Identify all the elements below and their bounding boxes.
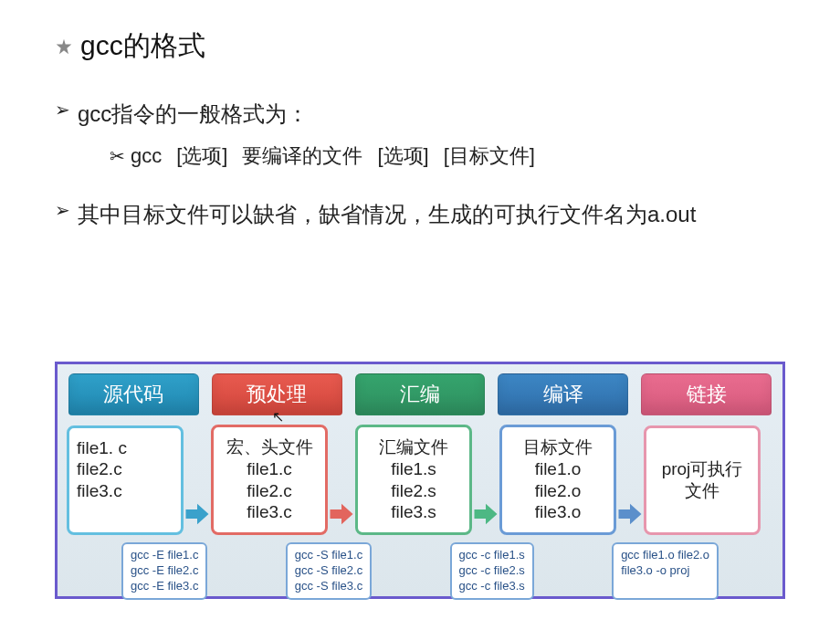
arrow-icon-3 xyxy=(472,500,499,528)
svg-marker-4 xyxy=(619,504,642,525)
bullet-2-text: 其中目标文件可以缺省，缺省情况，生成的可执行文件名为a.out xyxy=(78,197,696,232)
scissors-icon: ✂ xyxy=(110,145,125,167)
card-executable: proj可执行文件 xyxy=(644,425,761,535)
cursor-icon: ↖ xyxy=(272,408,284,425)
diagram-tabs: 源代码 预处理 汇编 编译 链接 xyxy=(67,373,773,415)
tab-link: 链接 xyxy=(641,373,772,415)
tab-compile: 编译 xyxy=(498,373,628,415)
bullet-1: ➢ gcc指令的一般格式为： xyxy=(55,97,785,131)
cmd-gcc: gcc xyxy=(131,144,162,168)
svg-marker-0 xyxy=(57,38,72,54)
card-object-files: file1.o file2.o file3.o xyxy=(509,458,606,523)
cmd-box-assembly: gcc -S file1.c gcc -S file2.c gcc -S fil… xyxy=(286,542,372,600)
cmd-tgt: [目标文件] xyxy=(444,142,535,170)
arrow-icon-1 xyxy=(184,500,211,528)
bullet-1-text: gcc指令的一般格式为： xyxy=(78,97,309,131)
cmd-src: 要编译的文件 xyxy=(242,142,362,170)
bullet-2: ➢ 其中目标文件可以缺省，缺省情况，生成的可执行文件名为a.out xyxy=(55,197,785,232)
card-source-files: file1. c file2.c file3.c xyxy=(77,437,173,502)
cmd-opt2: [选项] xyxy=(377,142,428,170)
card-source: file1. c file2.c file3.c xyxy=(67,425,184,535)
tab-source: 源代码 xyxy=(68,373,199,415)
triangle-bullet-icon: ➢ xyxy=(55,97,70,122)
card-object-title: 目标文件 xyxy=(509,436,606,458)
cmd-opt1: [选项] xyxy=(176,142,227,170)
svg-marker-3 xyxy=(475,504,498,525)
svg-marker-2 xyxy=(331,504,353,525)
arrow-icon-4 xyxy=(616,500,644,528)
diagram-cards: file1. c file2.c file3.c 宏、头文件 file1.c f… xyxy=(67,425,773,535)
card-preprocess-files: file1.c file2.c file3.c xyxy=(221,458,318,523)
tab-assembly: 汇编 xyxy=(355,373,486,415)
cmd-box-compile: gcc -c file1.s gcc -c file2.s gcc -c fil… xyxy=(450,542,534,600)
svg-marker-1 xyxy=(186,504,209,525)
card-object: 目标文件 file1.o file2.o file3.o xyxy=(499,425,616,535)
diagram-commands: gcc -E file1.c gcc -E file2.c gcc -E fil… xyxy=(67,542,773,600)
slide: gcc的格式 ➢ gcc指令的一般格式为： ✂ gcc [选项] 要编译的文件 … xyxy=(0,0,840,630)
star-icon xyxy=(55,37,73,56)
card-assembly-files: file1.s file2.s file3.s xyxy=(365,458,462,523)
card-executable-text: proj可执行文件 xyxy=(654,458,751,502)
card-assembly-title: 汇编文件 xyxy=(365,436,462,458)
compilation-diagram: 源代码 预处理 汇编 编译 链接 file1. c file2.c file3.… xyxy=(55,362,785,599)
triangle-bullet-icon: ➢ xyxy=(55,197,70,223)
title-row: gcc的格式 xyxy=(55,27,785,65)
arrow-icon-2 xyxy=(328,500,355,528)
card-preprocess: 宏、头文件 file1.c file2.c file3.c xyxy=(211,425,328,535)
card-preprocess-title: 宏、头文件 xyxy=(221,436,318,458)
slide-title: gcc的格式 xyxy=(80,27,205,65)
card-assembly: 汇编文件 file1.s file2.s file3.s xyxy=(355,425,472,535)
command-format: ✂ gcc [选项] 要编译的文件 [选项] [目标文件] xyxy=(110,142,785,170)
cmd-box-link: gcc file1.o file2.o file3.o -o proj xyxy=(612,542,719,600)
cmd-box-preprocess: gcc -E file1.c gcc -E file2.c gcc -E fil… xyxy=(121,542,207,600)
